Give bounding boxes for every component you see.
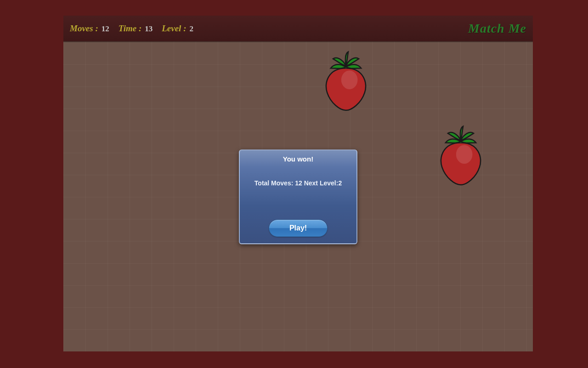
moves-stat: Moves : 12 [70,23,109,34]
time-value: 13 [145,24,153,33]
level-label: Level : [162,23,186,33]
moves-value: 12 [102,24,109,33]
game-title: Match Me [468,21,526,36]
win-dialog: You won! Total Moves: 12 Next Level:2 Pl… [239,150,357,244]
level-value: 2 [189,24,193,33]
level-stat: Level : 2 [162,23,193,34]
game-frame: Moves : 12 Time : 13 Level : 2 Match Me [63,16,533,351]
time-stat: Time : 13 [119,23,153,34]
play-area: You won! Total Moves: 12 Next Level:2 Pl… [63,41,533,351]
dialog-body: Total Moves: 12 Next Level:2 [254,179,342,187]
header-bar: Moves : 12 Time : 13 Level : 2 Match Me [63,16,533,41]
moves-label: Moves : [70,23,98,33]
stats-group: Moves : 12 Time : 13 Level : 2 [70,23,193,34]
dialog-overlay: You won! Total Moves: 12 Next Level:2 Pl… [63,42,533,351]
time-label: Time : [119,23,141,33]
play-button[interactable]: Play! [269,219,328,237]
dialog-title: You won! [283,155,313,163]
